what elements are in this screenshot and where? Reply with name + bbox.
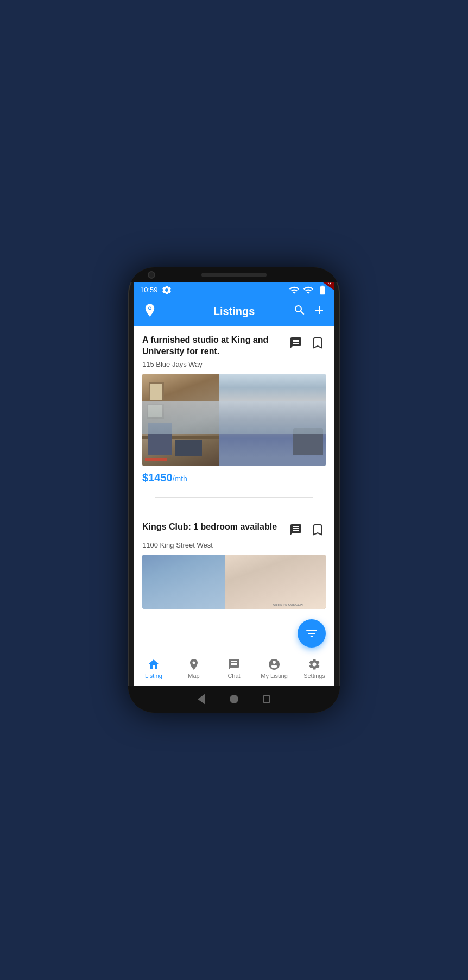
nav-label-settings: Settings [303,673,325,679]
listing-2-address: 1100 King Street West [142,541,326,549]
home-button[interactable] [229,694,239,705]
listing-1-address: 115 Blue Jays Way [142,360,326,368]
location-pin-icon[interactable] [142,303,157,321]
listing-2-chat-icon[interactable] [288,522,304,538]
bottom-navigation: Listing Map Chat My Lis [134,651,334,686]
listing-2-bookmark-icon[interactable] [309,522,326,538]
content-area[interactable]: A furnished studio at King and Universit… [134,326,334,651]
listing-1-title: A furnished studio at King and Universit… [142,335,281,357]
listing-1-chat-icon[interactable] [288,335,304,351]
settings-icon [308,658,321,671]
listing-1-bookmark-icon[interactable] [309,335,326,351]
signal-icon [303,285,314,296]
account-circle-icon [268,658,281,671]
back-button[interactable] [196,694,207,705]
phone-bottom-bezel [128,686,340,713]
listing-card-1[interactable]: A furnished studio at King and Universit… [134,326,334,493]
chat-icon [227,658,241,671]
phone-shell: 10:59 DEBUG [128,267,340,713]
listing-1-price-area: $1450/mth [142,472,326,484]
filter-icon [305,626,319,640]
app-bar-right [293,304,326,320]
app-bar-left [142,303,157,321]
app-bar: Listings [134,298,334,326]
battery-icon [317,285,328,296]
nav-item-chat[interactable]: Chat [214,654,254,683]
spacer-1 [134,502,334,513]
nav-label-listing: Listing [145,673,162,679]
wifi-icon [289,285,300,296]
nav-label-my-listing: My Listing [261,673,288,679]
listing-1-header: A furnished studio at King and Universit… [142,335,326,357]
home-icon [147,658,160,671]
listing-card-2[interactable]: Kings Club: 1 bedroom available [134,513,334,618]
listing-2-image[interactable]: ARTIST'S CONCEPT [142,555,326,609]
recents-button[interactable] [261,694,272,705]
nav-label-map: Map [188,673,199,679]
settings-status-icon [161,285,172,296]
phone-camera [148,271,155,279]
map-pin-icon [187,658,200,671]
listing-1-price: $1450 [142,472,173,483]
svg-point-0 [149,307,151,309]
listing-2-title: Kings Club: 1 bedroom available [142,522,281,533]
listing-1-actions [288,335,326,351]
nav-item-map[interactable]: Map [174,654,214,683]
phone-screen: 10:59 DEBUG [134,282,334,686]
app-bar-title: Listings [213,305,255,318]
listing-1-image[interactable] [142,374,326,466]
listing-divider-1 [155,497,313,498]
listing-1-price-unit: /mth [173,474,187,483]
status-time-area: 10:59 [140,285,172,296]
nav-item-my-listing[interactable]: My Listing [254,654,294,683]
phone-speaker [201,273,267,277]
status-bar: 10:59 DEBUG [134,282,334,298]
add-icon[interactable] [313,304,326,320]
listing-2-actions [288,522,326,538]
status-icons [289,285,328,296]
status-time: 10:59 [140,286,158,294]
nav-item-settings[interactable]: Settings [294,654,334,683]
phone-top-bezel [128,267,340,282]
listing-2-header: Kings Club: 1 bedroom available [142,522,326,538]
search-icon[interactable] [293,304,306,320]
nav-item-listing[interactable]: Listing [134,654,174,683]
nav-label-chat: Chat [227,673,240,679]
